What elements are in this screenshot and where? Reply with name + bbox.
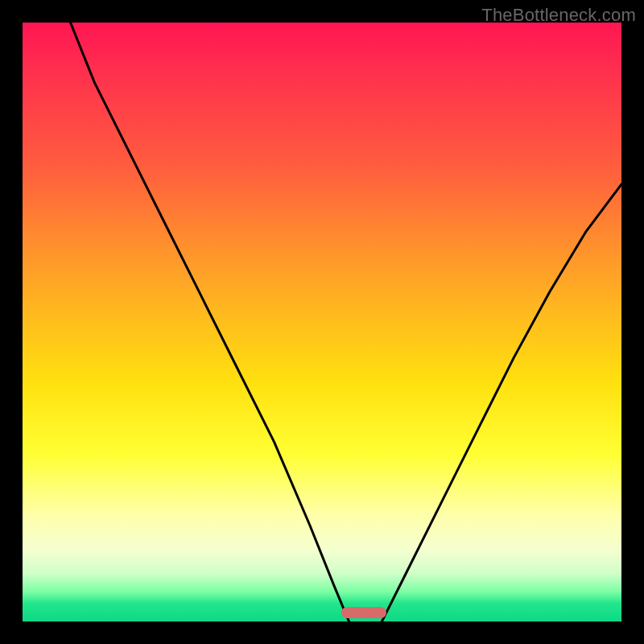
curve-left-branch (71, 23, 349, 621)
chart-frame: TheBottleneck.com (0, 0, 644, 644)
curve-right-branch (382, 184, 621, 621)
bottleneck-curve (23, 23, 621, 621)
optimal-range-marker (341, 607, 386, 618)
plot-area (23, 23, 621, 621)
